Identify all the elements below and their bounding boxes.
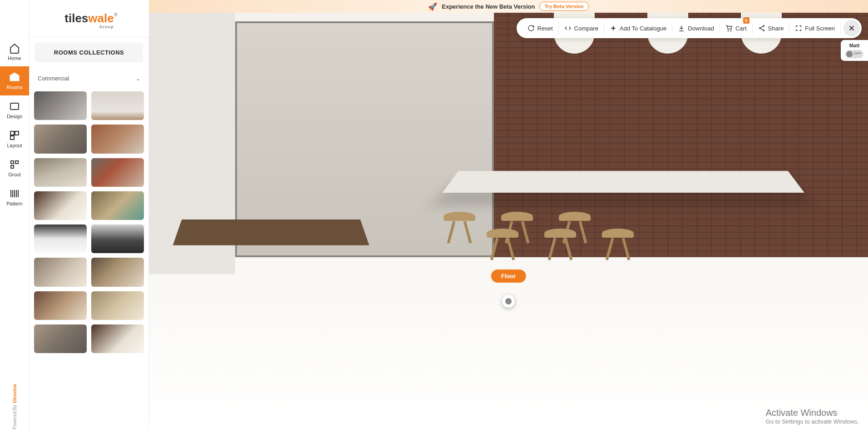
- room-thumbnail[interactable]: [34, 158, 87, 187]
- cart-button[interactable]: Cart 5: [720, 22, 753, 35]
- collections-header: ROOMS COLLECTIONS: [35, 43, 143, 62]
- download-button[interactable]: Download: [672, 22, 720, 35]
- logo-reg: ®: [114, 12, 117, 17]
- toolbar-label: Download: [688, 25, 714, 32]
- download-icon: [678, 25, 685, 32]
- room-thumbnail[interactable]: [34, 91, 87, 120]
- pattern-icon: [9, 188, 20, 199]
- toolbar-label: Compare: [574, 25, 598, 32]
- room-thumbnail[interactable]: [91, 158, 144, 187]
- logo-header: tileswale ® Group: [30, 0, 149, 37]
- scene-chair: [444, 198, 475, 244]
- room-thumbnail[interactable]: [91, 224, 144, 253]
- room-thumbnails[interactable]: [30, 91, 148, 434]
- nav-label: Home: [8, 55, 21, 61]
- dropdown-value: Commercial: [38, 75, 69, 82]
- reset-button[interactable]: Reset: [522, 22, 559, 35]
- scene-chair: [487, 215, 518, 260]
- close-icon: [848, 24, 856, 32]
- room-thumbnail[interactable]: [34, 291, 87, 320]
- toolbar-label: Full Screen: [805, 25, 835, 32]
- room-thumbnail[interactable]: [91, 191, 144, 220]
- room-thumbnail[interactable]: [91, 291, 144, 320]
- scene-bench: [173, 219, 369, 245]
- nav-label: Layout: [7, 143, 22, 148]
- logo-group: Group: [99, 25, 114, 29]
- room-thumbnail[interactable]: [91, 125, 144, 153]
- beta-text: Experience the New Beta Version: [442, 3, 535, 10]
- watermark-sub: Go to Settings to activate Windows.: [766, 418, 859, 425]
- room-scene: [149, 13, 868, 434]
- toolbar-label: Reset: [538, 25, 553, 32]
- nav-layout[interactable]: Layout: [0, 125, 29, 154]
- beta-banner: 🚀 Experience the New Beta Version Try Be…: [149, 0, 868, 13]
- room-thumbnail[interactable]: [34, 224, 87, 253]
- powered-by-brand: tilesview: [12, 384, 17, 403]
- toggle-knob: [846, 51, 853, 57]
- room-thumbnail[interactable]: [34, 324, 87, 353]
- cart-badge: 5: [743, 17, 750, 24]
- room-thumbnail[interactable]: [34, 191, 87, 220]
- nav-rooms[interactable]: Rooms: [0, 66, 29, 95]
- left-nav: Home Rooms Design Layout Grout Pattern P…: [0, 0, 30, 434]
- floor-hotspot-dot[interactable]: [502, 295, 515, 308]
- compare-icon: [564, 25, 572, 32]
- matt-toggle-panel: Matt OFF: [841, 40, 868, 61]
- share-icon: [758, 25, 765, 32]
- logo[interactable]: tileswale ® Group: [64, 11, 113, 25]
- fullscreen-button[interactable]: Full Screen: [789, 22, 841, 35]
- nav-label: Pattern: [6, 201, 22, 206]
- room-thumbnail[interactable]: [34, 125, 87, 153]
- logo-part1: tiles: [64, 11, 88, 25]
- scene-chair: [602, 215, 634, 260]
- rocket-icon: 🚀: [428, 2, 437, 11]
- windows-watermark: Activate Windows Go to Settings to activ…: [766, 408, 859, 425]
- toolbar-label: Share: [768, 25, 784, 32]
- add-catalogue-button[interactable]: Add To Catalogue: [604, 22, 672, 35]
- matt-toggle[interactable]: OFF: [845, 50, 863, 58]
- svg-point-5: [759, 28, 760, 29]
- design-icon: [9, 101, 20, 112]
- svg-rect-3: [10, 136, 14, 140]
- room-thumbnail[interactable]: [91, 91, 144, 120]
- watermark-heading: Activate Windows: [766, 408, 859, 418]
- svg-point-6: [763, 30, 764, 31]
- cart-icon: [725, 25, 733, 32]
- share-button[interactable]: Share: [753, 22, 790, 35]
- grout-icon: [9, 159, 20, 170]
- toolbar-label: Add To Catalogue: [620, 25, 666, 32]
- svg-rect-1: [10, 131, 14, 135]
- nav-home[interactable]: Home: [0, 37, 29, 66]
- room-viewport[interactable]: Floor Activate Windows Go to Settings to…: [149, 13, 868, 434]
- room-thumbnail[interactable]: [34, 258, 87, 286]
- room-thumbnail[interactable]: [91, 258, 144, 286]
- layout-icon: [9, 130, 20, 141]
- powered-by-text: Powered By: [12, 405, 17, 429]
- fullscreen-icon: [795, 25, 802, 32]
- nav-design[interactable]: Design: [0, 95, 29, 125]
- close-button[interactable]: [843, 20, 860, 36]
- try-beta-button[interactable]: Try Beta Version: [539, 2, 588, 11]
- chevron-down-icon: ⌄: [136, 75, 140, 82]
- room-thumbnail[interactable]: [91, 324, 144, 353]
- scene-chair: [544, 215, 576, 260]
- svg-rect-2: [15, 131, 19, 135]
- compare-button[interactable]: Compare: [559, 22, 604, 35]
- home-icon: [9, 43, 20, 54]
- toolbar-label: Cart: [735, 25, 747, 32]
- scene-table: [442, 171, 804, 193]
- toolbar: Reset Compare Add To Catalogue Download …: [517, 18, 862, 38]
- rooms-icon: [9, 72, 20, 83]
- svg-rect-0: [10, 103, 19, 110]
- sidebar: ROOMS COLLECTIONS Commercial ⌄: [30, 37, 149, 434]
- toggle-off-text: OFF: [854, 51, 861, 55]
- powered-by: Powered By tilesview: [0, 379, 29, 434]
- floor-hotspot-label[interactable]: Floor: [491, 269, 526, 283]
- scene-floor: [149, 232, 868, 434]
- nav-grout[interactable]: Grout: [0, 154, 29, 183]
- category-dropdown[interactable]: Commercial ⌄: [35, 71, 143, 86]
- reset-icon: [528, 25, 535, 32]
- nav-label: Grout: [8, 172, 21, 177]
- nav-pattern[interactable]: Pattern: [0, 183, 29, 212]
- plus-icon: [610, 25, 617, 32]
